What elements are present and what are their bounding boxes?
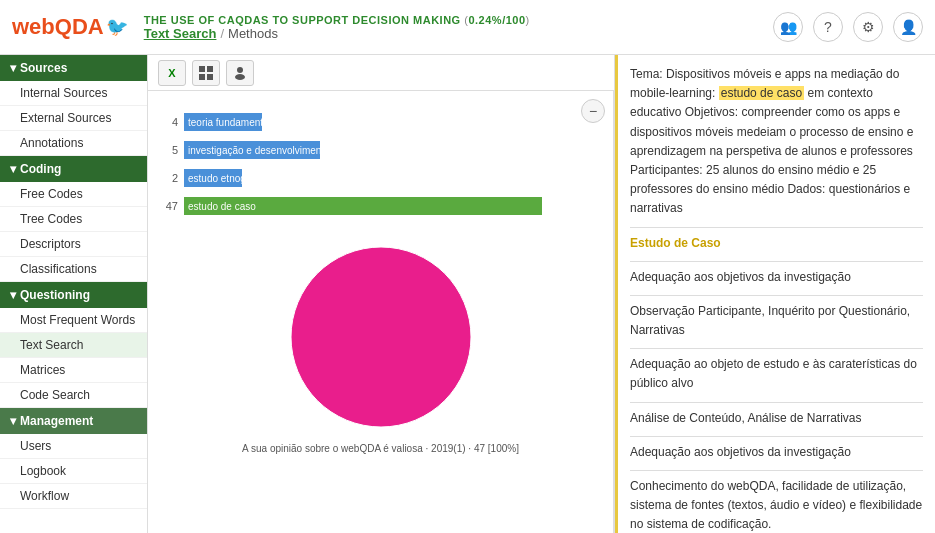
chart-panel: − 4 teoria fundamental 5 (148, 91, 614, 533)
sidebar-item-code-search[interactable]: Code Search (0, 383, 147, 408)
bar-4: estudo de caso (184, 197, 542, 215)
breadcrumb: THE USE OF CAQDAS TO SUPPORT DECISION MA… (144, 14, 530, 41)
text-paragraph-2: Adequação aos objetivos da investigação (630, 268, 923, 287)
sidebar-coding-label: Coding (20, 162, 61, 176)
divider-2 (630, 261, 923, 262)
bar-container-2: investigação e desenvolvimento (184, 141, 573, 159)
help-icon-button[interactable]: ? (813, 12, 843, 42)
svg-point-6 (291, 247, 471, 427)
highlight-estudo-de-caso: estudo de caso (719, 86, 804, 100)
bar-num-3: 2 (158, 172, 178, 184)
person-view-button[interactable] (226, 60, 254, 86)
settings-icon-button[interactable]: ⚙ (853, 12, 883, 42)
bar-1: teoria fundamental (184, 113, 262, 131)
highlight-block-estudo: Estudo de Caso (630, 234, 923, 253)
bar-num-4: 47 (158, 200, 178, 212)
divider-6 (630, 436, 923, 437)
main-layout: ▾ Sources Internal Sources External Sour… (0, 55, 935, 533)
sidebar-item-external-sources[interactable]: External Sources (0, 106, 147, 131)
sidebar-sources-label: Sources (20, 61, 67, 75)
sidebar: ▾ Sources Internal Sources External Sour… (0, 55, 148, 533)
text-paragraph-7: Conhecimento do webQDA, facilidade de ut… (630, 477, 923, 533)
bar-container-4: estudo de caso (184, 197, 573, 215)
logo-bird-icon: 🐦 (106, 16, 128, 38)
text-paragraph-5: Análise de Conteúdo, Análise de Narrativ… (630, 409, 923, 428)
bar-3: estudo etnográfico (184, 169, 242, 187)
text-paragraph-3: Observação Participante, Inquérito por Q… (630, 302, 923, 340)
sidebar-item-logbook[interactable]: Logbook (0, 459, 147, 484)
header-icons: 👥 ? ⚙ 👤 (773, 12, 923, 42)
breadcrumb-separator: / (220, 26, 224, 41)
divider-1 (630, 227, 923, 228)
bar-row-4: 47 estudo de caso (158, 195, 573, 217)
logo-text: webQDA (12, 14, 104, 40)
sidebar-item-matrices[interactable]: Matrices (0, 358, 147, 383)
sources-arrow-icon: ▾ (10, 61, 16, 75)
close-panel-button[interactable]: − (581, 99, 605, 123)
users-icon-button[interactable]: 👥 (773, 12, 803, 42)
bar-chart: 4 teoria fundamental 5 investigação e de… (158, 111, 603, 217)
pie-chart: A sua opinião sobre o webQDA é valiosa ·… (158, 237, 603, 454)
svg-point-5 (235, 74, 245, 80)
person-icon (233, 66, 247, 80)
grid-icon (199, 66, 213, 80)
sidebar-item-free-codes[interactable]: Free Codes (0, 182, 147, 207)
bar-num-1: 4 (158, 116, 178, 128)
sidebar-item-annotations[interactable]: Annotations (0, 131, 147, 156)
bar-num-2: 5 (158, 144, 178, 156)
divider-4 (630, 348, 923, 349)
grid-view-button[interactable] (192, 60, 220, 86)
logo: webQDA 🐦 (12, 14, 128, 40)
divider-5 (630, 402, 923, 403)
sidebar-item-tree-codes[interactable]: Tree Codes (0, 207, 147, 232)
questioning-arrow-icon: ▾ (10, 288, 16, 302)
text-paragraph-1: Tema: Dispositivos móveis e apps na medi… (630, 65, 923, 219)
sidebar-item-descriptors[interactable]: Descriptors (0, 232, 147, 257)
breadcrumb-nav: Text Search / Methods (144, 26, 530, 41)
user-profile-button[interactable]: 👤 (893, 12, 923, 42)
bar-row-1: 4 teoria fundamental (158, 111, 573, 133)
sidebar-item-most-frequent-words[interactable]: Most Frequent Words (0, 308, 147, 333)
sidebar-section-coding[interactable]: ▾ Coding (0, 156, 147, 182)
text-panel: Tema: Dispositivos móveis e apps na medi… (615, 55, 935, 533)
svg-point-4 (237, 67, 243, 73)
sidebar-section-questioning[interactable]: ▾ Questioning (0, 282, 147, 308)
excel-export-button[interactable]: X (158, 60, 186, 86)
svg-rect-2 (199, 74, 205, 80)
pie-caption: A sua opinião sobre o webQDA é valiosa ·… (242, 443, 519, 454)
sidebar-section-management[interactable]: ▾ Management (0, 408, 147, 434)
pie-svg (281, 237, 481, 437)
text-paragraph-6: Adequação aos objetivos da investigação (630, 443, 923, 462)
breadcrumb-methods[interactable]: Methods (228, 26, 278, 41)
project-title: THE USE OF CAQDAS TO SUPPORT DECISION MA… (144, 14, 530, 26)
sidebar-questioning-label: Questioning (20, 288, 90, 302)
coding-arrow-icon: ▾ (10, 162, 16, 176)
breadcrumb-text-search[interactable]: Text Search (144, 26, 217, 41)
header-left: webQDA 🐦 THE USE OF CAQDAS TO SUPPORT DE… (12, 14, 530, 41)
bar-2: investigação e desenvolvimento (184, 141, 320, 159)
header: webQDA 🐦 THE USE OF CAQDAS TO SUPPORT DE… (0, 0, 935, 55)
svg-rect-0 (199, 66, 205, 72)
divider-3 (630, 295, 923, 296)
bar-container-1: teoria fundamental (184, 113, 573, 131)
text-paragraph-4: Adequação ao objeto de estudo e às carat… (630, 355, 923, 393)
sidebar-management-label: Management (20, 414, 93, 428)
divider-7 (630, 470, 923, 471)
chart-area-wrapper: X − (148, 55, 615, 533)
sidebar-section-sources[interactable]: ▾ Sources (0, 55, 147, 81)
svg-rect-3 (207, 74, 213, 80)
management-arrow-icon: ▾ (10, 414, 16, 428)
svg-rect-1 (207, 66, 213, 72)
content-area: X − (148, 55, 935, 533)
sidebar-item-users[interactable]: Users (0, 434, 147, 459)
bar-container-3: estudo etnográfico (184, 169, 573, 187)
sidebar-item-classifications[interactable]: Classifications (0, 257, 147, 282)
sidebar-item-internal-sources[interactable]: Internal Sources (0, 81, 147, 106)
bar-row-3: 2 estudo etnográfico (158, 167, 573, 189)
sidebar-item-workflow[interactable]: Workflow (0, 484, 147, 509)
bar-row-2: 5 investigação e desenvolvimento (158, 139, 573, 161)
sidebar-item-text-search[interactable]: Text Search (0, 333, 147, 358)
